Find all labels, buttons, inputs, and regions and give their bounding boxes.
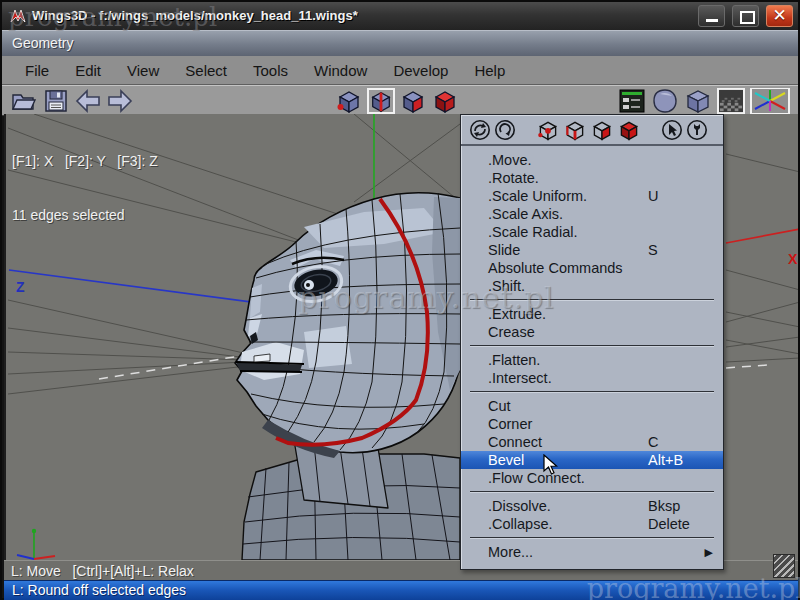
submenu-arrow-icon: ▶ xyxy=(705,543,713,561)
back-arrow-icon xyxy=(74,89,102,113)
open-file-button[interactable] xyxy=(10,88,38,114)
edge-mode-icon xyxy=(369,88,393,114)
menu-develop[interactable]: Develop xyxy=(380,58,461,83)
menu-item-move[interactable]: .Move. xyxy=(461,151,723,169)
info-line-text: L: Round off selected edges xyxy=(12,582,186,598)
close-button[interactable]: ✕ xyxy=(766,5,793,27)
cycle-arrows-icon[interactable] xyxy=(469,119,491,141)
menu-item-flatten[interactable]: .Flatten. xyxy=(461,351,723,369)
back-button[interactable] xyxy=(74,88,102,114)
forward-arrow-icon xyxy=(106,89,134,113)
groundplane-toggle-button[interactable] xyxy=(717,88,745,114)
pointer-select-icon[interactable] xyxy=(661,119,683,141)
face-mode-icon xyxy=(400,88,426,114)
status-bar-text: L: Move [Ctrl]+[Alt]+L: Relax xyxy=(11,563,194,579)
fkey-axis-help: [F1]: X [F2]: Y [F3]: Z xyxy=(12,152,158,170)
menu-item-extrude[interactable]: .Extrude. xyxy=(461,305,723,323)
resize-grip[interactable] xyxy=(773,554,795,578)
menu-window[interactable]: Window xyxy=(301,58,380,83)
geometry-window-label: Geometry xyxy=(12,35,73,51)
face-mode-small-icon[interactable] xyxy=(590,119,614,141)
body-select-mode-button[interactable] xyxy=(431,88,459,114)
context-menu-items: .Move. .Rotate. .Scale Uniform.U .Scale … xyxy=(461,146,723,561)
minimize-icon xyxy=(706,19,718,22)
maximize-icon xyxy=(740,11,755,24)
vertex-mode-small-icon[interactable] xyxy=(536,119,560,141)
axes-icon xyxy=(752,89,788,113)
selection-status: 11 edges selected xyxy=(12,206,158,224)
info-line-bar: L: Round off selected edges xyxy=(4,580,798,600)
close-icon: ✕ xyxy=(767,6,792,26)
menu-item-absolute-commands[interactable]: Absolute Commands xyxy=(461,259,723,277)
menu-item-scale-axis[interactable]: .Scale Axis. xyxy=(461,205,723,223)
save-file-button[interactable] xyxy=(42,88,70,114)
maximize-button[interactable] xyxy=(732,5,759,27)
title-bar[interactable]: programy.net.pl Wings3D - f:/wings_model… xyxy=(2,2,798,31)
origin-axes-gizmo xyxy=(17,529,55,559)
geometry-graph-icon xyxy=(619,89,645,113)
menu-item-slide[interactable]: SlideS xyxy=(461,241,723,259)
menu-edit[interactable]: Edit xyxy=(62,58,114,83)
x-axis-label: X xyxy=(788,251,798,267)
menu-select[interactable]: Select xyxy=(172,58,240,83)
wrench-tools-icon[interactable] xyxy=(686,119,708,141)
menu-separator xyxy=(470,299,714,301)
menu-item-intersect[interactable]: .Intersect. xyxy=(461,369,723,387)
minimize-button[interactable] xyxy=(698,5,725,27)
menu-separator xyxy=(470,391,714,393)
monkey-head-model[interactable] xyxy=(235,193,460,560)
wings3d-window: programy.net.pl Wings3D - f:/wings_model… xyxy=(0,0,800,600)
menu-bar: File Edit View Select Tools Window Devel… xyxy=(2,56,798,85)
menu-item-flow-connect[interactable]: .Flow Connect. xyxy=(461,469,723,487)
geometry-graph-button[interactable] xyxy=(618,88,646,114)
workmode-button[interactable] xyxy=(684,88,712,114)
menu-separator xyxy=(470,345,714,347)
menu-item-bevel-highlighted[interactable]: BevelAlt+B xyxy=(461,451,723,469)
menu-item-collapse[interactable]: .Collapse.Delete xyxy=(461,515,723,533)
menu-item-scale-radial[interactable]: .Scale Radial. xyxy=(461,223,723,241)
edge-select-mode-button[interactable] xyxy=(367,88,395,114)
menu-file[interactable]: File xyxy=(12,58,62,83)
repeat-arrow-icon[interactable] xyxy=(494,119,516,141)
window-title: Wings3D - f:/wings_models/monkey_head_11… xyxy=(32,8,358,23)
menu-item-dissolve[interactable]: .Dissolve.Bksp xyxy=(461,497,723,515)
menu-item-more[interactable]: More...▶ xyxy=(461,543,723,561)
groundplane-icon xyxy=(719,89,743,113)
menu-help[interactable]: Help xyxy=(461,58,518,83)
smooth-shaded-button[interactable] xyxy=(651,88,679,114)
face-select-mode-button[interactable] xyxy=(399,88,427,114)
menu-item-corner[interactable]: Corner xyxy=(461,415,723,433)
menu-item-crease[interactable]: Crease xyxy=(461,323,723,341)
floppy-save-icon xyxy=(44,89,68,113)
mouse-cursor xyxy=(543,454,559,476)
vertex-select-mode-button[interactable] xyxy=(335,88,363,114)
edge-mode-small-icon[interactable] xyxy=(563,119,587,141)
menu-item-shift[interactable]: .Shift. xyxy=(461,277,723,295)
menu-item-rotate[interactable]: .Rotate. xyxy=(461,169,723,187)
menu-item-connect[interactable]: ConnectC xyxy=(461,433,723,451)
menu-item-cut[interactable]: Cut xyxy=(461,397,723,415)
vertex-mode-icon xyxy=(336,88,362,114)
z-axis-label: Z xyxy=(16,279,25,295)
menu-tools[interactable]: Tools xyxy=(240,58,301,83)
toolbar xyxy=(2,85,798,116)
smooth-object-icon xyxy=(652,88,678,114)
folder-icon xyxy=(11,89,37,113)
menu-separator xyxy=(470,491,714,493)
menu-view[interactable]: View xyxy=(114,58,172,83)
cube-view-icon xyxy=(685,88,711,114)
edge-context-menu: .Move. .Rotate. .Scale Uniform.U .Scale … xyxy=(460,114,724,570)
body-mode-small-icon[interactable] xyxy=(617,119,641,141)
context-menu-header xyxy=(461,115,723,146)
forward-button[interactable] xyxy=(106,88,134,114)
menu-separator xyxy=(470,537,714,539)
axes-toggle-button[interactable] xyxy=(750,88,790,114)
menu-item-scale-uniform[interactable]: .Scale Uniform.U xyxy=(461,187,723,205)
wings3d-logo-icon xyxy=(9,7,27,25)
geometry-window-header[interactable]: Geometry xyxy=(2,30,798,57)
body-mode-icon xyxy=(432,88,458,114)
